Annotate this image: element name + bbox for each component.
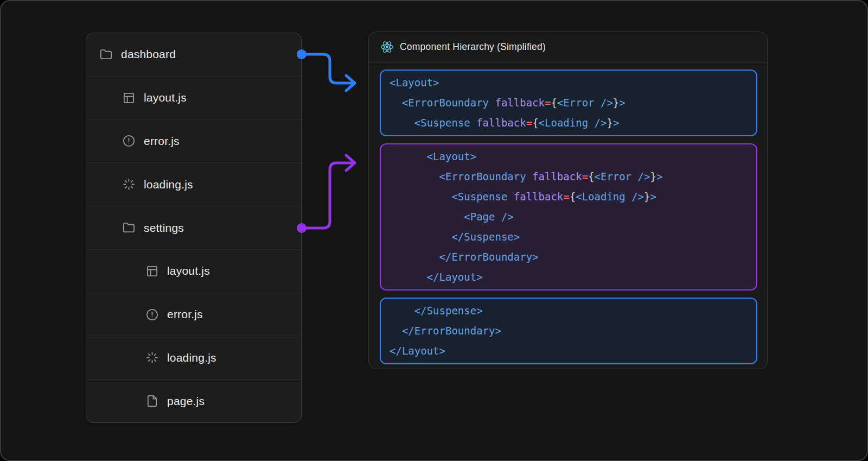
code-line: <Layout>	[390, 147, 748, 167]
tree-row-page-js[interactable]: page.js	[86, 379, 301, 422]
tree-row-error-js[interactable]: error.js	[86, 293, 301, 336]
code-line: </Layout>	[390, 341, 748, 361]
layout-icon	[123, 92, 135, 104]
tree-item-label: layout.js	[167, 264, 210, 277]
tree-row-layout-js[interactable]: layout.js	[86, 76, 301, 119]
code-line: <Layout>	[390, 73, 748, 93]
loader-icon	[146, 351, 158, 364]
tree-row-loading-js[interactable]: loading.js	[86, 336, 301, 379]
panel-title: Component Hierarchy (Simplified)	[400, 41, 546, 53]
tree-item-label: loading.js	[167, 351, 216, 364]
code-block-dashboard-2: </Suspense> </ErrorBoundary></Layout>	[380, 298, 757, 364]
code-line: </Layout>	[390, 267, 748, 287]
tree-row-error-js[interactable]: error.js	[86, 119, 301, 163]
react-icon	[380, 40, 394, 54]
layout-icon	[146, 265, 158, 277]
folder-icon	[100, 48, 112, 61]
tree-row-layout-js[interactable]: layout.js	[86, 249, 301, 293]
tree-item-label: dashboard	[121, 48, 176, 61]
code-line: </Suspense>	[390, 301, 748, 321]
alert-circle-icon	[146, 308, 158, 321]
code-block-dashboard-0: <Layout> <ErrorBoundary fallback={<Error…	[380, 70, 757, 136]
code-line: <ErrorBoundary fallback={<Error />}>	[390, 93, 748, 113]
file-tree: dashboardlayout.jserror.jsloading.jssett…	[86, 33, 302, 423]
tree-row-dashboard[interactable]: dashboard	[86, 33, 301, 76]
tree-item-label: settings	[144, 222, 184, 235]
tree-item-label: layout.js	[144, 91, 187, 104]
code-line: <ErrorBoundary fallback={<Error />}>	[390, 167, 748, 187]
tree-row-loading-js[interactable]: loading.js	[86, 162, 301, 206]
alert-circle-icon	[123, 135, 135, 147]
code-line: </ErrorBoundary>	[390, 321, 748, 341]
code-block-settings-1: <Layout> <ErrorBoundary fallback={<Error…	[380, 143, 757, 291]
component-hierarchy-panel: Component Hierarchy (Simplified) <Layout…	[368, 31, 768, 369]
panel-header: Component Hierarchy (Simplified)	[369, 32, 767, 62]
tree-item-label: error.js	[144, 135, 180, 148]
tree-row-settings[interactable]: settings	[86, 206, 301, 249]
code-line: <Suspense fallback={<Loading />}>	[390, 113, 748, 133]
tree-item-label: loading.js	[144, 178, 193, 191]
canvas: dashboardlayout.jserror.jsloading.jssett…	[0, 0, 868, 461]
tree-item-label: error.js	[167, 308, 203, 321]
tree-item-label: page.js	[167, 395, 205, 408]
folder-icon	[123, 222, 135, 234]
code-line: </ErrorBoundary>	[390, 247, 748, 267]
file-icon	[146, 395, 158, 407]
loader-icon	[123, 178, 135, 191]
code-line: </Suspense>	[390, 227, 748, 247]
code-line: <Page />	[390, 207, 748, 227]
code-line: <Suspense fallback={<Loading />}>	[390, 187, 748, 207]
code-blocks: <Layout> <ErrorBoundary fallback={<Error…	[369, 62, 767, 369]
